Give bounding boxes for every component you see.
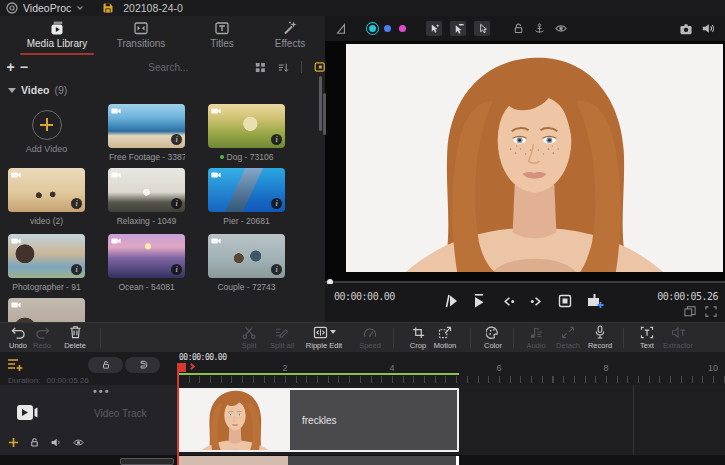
tab-media-library[interactable]: Media Library xyxy=(12,20,102,52)
add-track-icon[interactable] xyxy=(7,357,24,372)
fullscreen-icon[interactable] xyxy=(705,306,717,317)
media-item-partial[interactable]: i xyxy=(8,298,85,322)
library-scrollbar[interactable] xyxy=(319,76,322,131)
overview-clip xyxy=(178,456,459,465)
search-input[interactable] xyxy=(148,62,243,73)
tab-label: Titles xyxy=(210,38,234,49)
track-menu-button[interactable]: ••• xyxy=(93,385,111,397)
playhead-line[interactable] xyxy=(177,363,179,465)
ruler-duration-line xyxy=(178,373,459,375)
media-item[interactable]: i Photographer - 91 xyxy=(8,234,85,292)
snapshot-camera-icon[interactable] xyxy=(679,23,693,35)
media-thumbnail[interactable]: i xyxy=(208,168,285,212)
sort-icon[interactable] xyxy=(278,61,289,74)
media-item[interactable]: i Pier - 20681 xyxy=(208,168,285,226)
track-lock-button[interactable] xyxy=(88,357,123,373)
marker-blue-dot[interactable] xyxy=(384,25,391,32)
ruler-tool-icon[interactable] xyxy=(335,22,347,35)
next-frame-button[interactable] xyxy=(529,294,544,309)
panel-toggle-icon[interactable] xyxy=(314,60,325,74)
tab-titles[interactable]: Titles xyxy=(182,20,262,52)
media-thumbnail[interactable]: i xyxy=(108,104,185,148)
preview-window-controls xyxy=(684,306,717,317)
media-item[interactable]: i Ocean - 54081 xyxy=(108,234,185,292)
media-thumbnail[interactable]: i xyxy=(108,168,185,212)
media-item[interactable]: i Couple - 72743 xyxy=(208,234,285,292)
cursor-star-tool[interactable] xyxy=(426,21,442,36)
speed-button[interactable]: Speed xyxy=(350,325,390,350)
cursor-bar-tool[interactable] xyxy=(450,21,466,36)
play-button[interactable] xyxy=(472,293,488,309)
panel-resize-handle[interactable] xyxy=(323,93,326,135)
record-button[interactable]: Record xyxy=(580,325,620,350)
video-frame[interactable] xyxy=(346,44,723,272)
track-mute-icon[interactable] xyxy=(50,437,62,448)
remove-media-button[interactable]: − xyxy=(17,59,30,75)
eye-icon[interactable] xyxy=(554,22,568,35)
info-icon[interactable]: i xyxy=(171,198,182,209)
transitions-icon xyxy=(133,20,149,36)
video-track-header: ••• Video Track xyxy=(0,385,178,455)
toolbar-divider xyxy=(393,328,394,348)
snap-magnet-button[interactable] xyxy=(125,357,160,373)
video-camera-icon xyxy=(211,237,221,245)
color-button[interactable]: Color xyxy=(473,325,513,350)
divider xyxy=(301,61,302,73)
media-item[interactable]: i Relaxing - 1049 xyxy=(108,168,185,226)
media-thumbnail[interactable]: i xyxy=(8,234,85,278)
video-track-icon xyxy=(16,404,38,421)
video-camera-icon xyxy=(111,171,121,179)
add-media-button[interactable]: + xyxy=(4,59,17,75)
play-from-start-button[interactable] xyxy=(443,293,459,309)
media-item-label: Photographer - 91 xyxy=(12,282,81,292)
track-lock-icon[interactable] xyxy=(29,437,40,448)
info-icon[interactable]: i xyxy=(71,198,82,209)
media-item[interactable]: i Free Footage - 33871 xyxy=(108,104,185,162)
media-thumbnail[interactable]: i xyxy=(8,298,85,322)
anchor-icon[interactable] xyxy=(533,22,546,35)
app-menu[interactable]: VideoProc xyxy=(23,2,71,14)
preview-controls: 00:00:00.00 00:00:05.26 xyxy=(325,284,725,322)
volume-icon[interactable] xyxy=(701,22,715,35)
ripple-edit-button[interactable]: Ripple Edit xyxy=(300,325,348,350)
track-visibility-icon[interactable] xyxy=(72,437,85,448)
marker-cyan-dot[interactable] xyxy=(369,25,376,32)
extractor-button[interactable]: Extractor xyxy=(658,325,698,350)
timeline-ruler[interactable] xyxy=(178,376,725,383)
playhead-marker[interactable] xyxy=(178,363,186,372)
media-item[interactable]: i Dog - 73106 xyxy=(208,104,285,162)
scrubber-track[interactable] xyxy=(325,281,725,283)
lock-icon[interactable] xyxy=(512,22,525,35)
snapshot-frame-button[interactable] xyxy=(557,293,573,309)
media-item[interactable]: i video (2) xyxy=(8,168,85,226)
split-all-button[interactable]: Split all xyxy=(262,325,302,350)
media-thumbnail[interactable]: i xyxy=(208,234,285,278)
video-camera-icon xyxy=(211,171,221,179)
media-thumbnail[interactable]: i xyxy=(8,168,85,212)
export-frame-button[interactable] xyxy=(586,293,604,309)
media-thumbnail[interactable]: i xyxy=(208,104,285,148)
timeline-clip-freckles[interactable]: freckles xyxy=(178,388,459,452)
tab-transitions[interactable]: Transitions xyxy=(100,20,182,52)
tab-effects[interactable]: Effects xyxy=(252,20,325,52)
cursor-select-tool[interactable] xyxy=(474,21,490,36)
info-icon[interactable]: i xyxy=(271,198,282,209)
video-section-header[interactable]: Video (9) xyxy=(8,84,67,96)
tab-label: Transitions xyxy=(117,38,166,49)
previous-frame-button[interactable] xyxy=(501,294,516,309)
effects-wand-icon xyxy=(282,20,298,36)
info-icon[interactable]: i xyxy=(71,264,82,275)
grid-view-icon[interactable] xyxy=(255,61,266,74)
media-thumbnail[interactable]: i xyxy=(108,234,185,278)
compare-windows-icon[interactable] xyxy=(684,306,696,317)
delete-button[interactable]: Delete xyxy=(55,325,95,350)
info-icon[interactable]: i xyxy=(271,264,282,275)
add-video-tile[interactable]: Add Video xyxy=(8,104,85,154)
info-icon[interactable]: i xyxy=(271,134,282,145)
marker-magenta-dot[interactable] xyxy=(399,25,406,32)
add-clip-icon[interactable] xyxy=(8,437,19,448)
info-icon[interactable]: i xyxy=(171,264,182,275)
info-icon[interactable]: i xyxy=(171,134,182,145)
motion-button[interactable]: Motion xyxy=(425,325,465,350)
save-icon[interactable] xyxy=(102,2,114,14)
